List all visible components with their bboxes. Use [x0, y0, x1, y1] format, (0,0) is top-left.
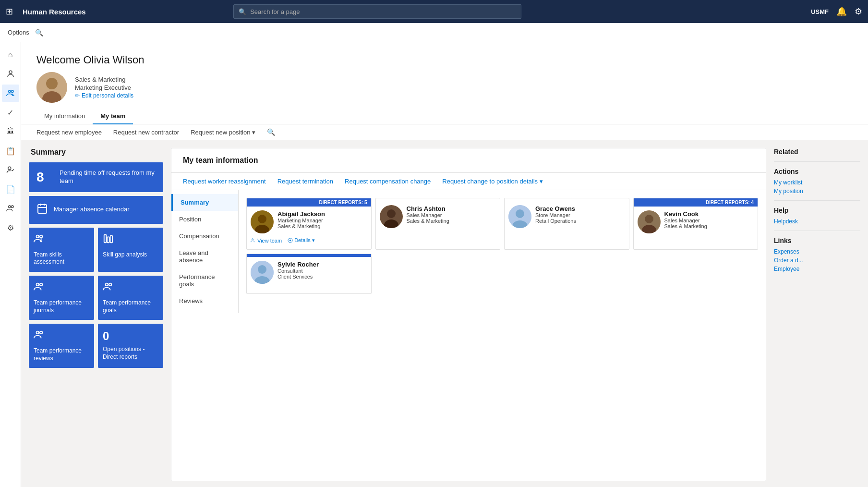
- team-performance-goals-tile[interactable]: Team performance goals: [98, 276, 163, 320]
- manager-absence-tile[interactable]: Manager absence calendar: [29, 196, 163, 224]
- request-new-employee-link[interactable]: Request new employee: [36, 129, 102, 136]
- team-skills-assessment-tile[interactable]: Team skills assessment: [29, 228, 94, 272]
- avatar-sylvie: [251, 261, 274, 284]
- member-card-sylvie-rocher[interactable]: Sylvie Rocher Consultant Client Services: [246, 254, 372, 294]
- app-grid-icon[interactable]: ⊞: [6, 6, 13, 17]
- team-performance-reviews-tile[interactable]: Team performance reviews: [29, 324, 94, 368]
- expenses-link[interactable]: Expenses: [774, 248, 860, 255]
- request-position-details-link[interactable]: Request change to position details ▾: [442, 178, 543, 185]
- sidebar-item-team[interactable]: [2, 85, 19, 102]
- sidebar-item-person[interactable]: [2, 65, 19, 83]
- svg-point-3: [8, 167, 11, 170]
- employee-link[interactable]: Employee: [774, 266, 860, 272]
- pending-time-off-tile[interactable]: 8 Pending time off requests from my team: [29, 162, 163, 192]
- team-nav-leave-absence[interactable]: Leave and absence: [171, 244, 238, 268]
- svg-point-13: [36, 235, 39, 238]
- team-members-row2: Sylvie Rocher Consultant Client Services: [246, 254, 758, 294]
- search-bar[interactable]: 🔍: [233, 4, 521, 19]
- right-divider-2: [774, 200, 860, 201]
- skills-row: Team skills assessment Skill gap analysi…: [29, 228, 163, 272]
- pending-count: 8: [36, 170, 54, 185]
- settings-icon[interactable]: ⚙: [855, 6, 862, 17]
- avatar-abigail: [251, 210, 274, 233]
- user-details: Sales & Marketing Marketing Executive ✏ …: [75, 76, 133, 99]
- options-bar: Options 🔍: [0, 23, 868, 42]
- right-panel-title: Related: [774, 148, 860, 156]
- member-card-chris-ashton[interactable]: Chris Ashton Sales Manager Sales & Marke…: [375, 198, 501, 250]
- member-card-body-abigail: Abigail Jackson Marketing Manager Sales …: [247, 207, 371, 237]
- member-name-chris: Chris Ashton: [407, 205, 449, 212]
- search-input[interactable]: [250, 8, 516, 15]
- member-info-kevin: Kevin Cook Sales Manager Sales & Marketi…: [664, 210, 707, 229]
- member-name-kevin: Kevin Cook: [664, 210, 707, 218]
- order-link[interactable]: Order a d...: [774, 257, 860, 264]
- team-panel: My team information Request worker reass…: [171, 148, 766, 481]
- team-nav-performance-goals[interactable]: Performance goals: [171, 268, 238, 292]
- request-termination-link[interactable]: Request termination: [277, 178, 333, 185]
- team-content: Summary Position Compensation Leave and …: [171, 190, 766, 313]
- avatar-grace: [508, 205, 531, 228]
- member-dept-kevin: Sales & Marketing: [664, 223, 707, 229]
- open-positions-tile[interactable]: 0 Open positions - Direct reports: [98, 324, 163, 368]
- direct-reports-bar-kevin: DIRECT REPORTS: 4: [634, 198, 758, 207]
- team-nav-reviews[interactable]: Reviews: [171, 292, 238, 309]
- member-dept-grace: Retail Operations: [535, 218, 576, 224]
- notifications-icon[interactable]: 🔔: [836, 6, 847, 17]
- sidebar-item-people[interactable]: 🏛: [2, 123, 19, 140]
- sidebar-item-people2[interactable]: [2, 200, 19, 217]
- sidebar-item-usercheck[interactable]: [2, 161, 19, 179]
- tabs-row: My information My team: [36, 109, 853, 124]
- svg-rect-9: [38, 205, 47, 213]
- user-department: Sales & Marketing: [75, 76, 133, 83]
- skill-gap-analysis-tile[interactable]: Skill gap analysis: [98, 228, 163, 272]
- chevron-down-icon: ▾: [252, 129, 255, 136]
- edit-personal-details-link[interactable]: ✏ Edit personal details: [75, 92, 133, 99]
- team-nav-summary[interactable]: Summary: [171, 194, 238, 211]
- sidebar-item-report[interactable]: 📋: [2, 142, 19, 159]
- team-nav-compensation[interactable]: Compensation: [171, 228, 238, 244]
- member-card-kevin-cook[interactable]: DIRECT REPORTS: 4: [633, 198, 759, 250]
- svg-point-20: [106, 283, 108, 286]
- svg-point-7: [46, 78, 58, 89]
- sidebar-item-home[interactable]: ⌂: [2, 46, 19, 63]
- member-card-body-kevin: Kevin Cook Sales Manager Sales & Marketi…: [634, 207, 758, 237]
- member-card-body-chris: Chris Ashton Sales Manager Sales & Marke…: [376, 201, 500, 232]
- request-new-position-link[interactable]: Request new position ▾: [191, 129, 255, 136]
- performance-row: Team performance journals Team performan…: [29, 276, 163, 320]
- main-content: Welcome Olivia Wilson Sales & Marketing …: [21, 42, 868, 487]
- tab-my-information[interactable]: My information: [36, 109, 93, 124]
- svg-point-0: [9, 71, 12, 73]
- top-right-controls: USMF 🔔 ⚙: [811, 6, 862, 17]
- my-worklist-link[interactable]: My worklist: [774, 179, 860, 186]
- member-name-grace: Grace Owens: [535, 205, 576, 212]
- performance-reviews-icon: [34, 329, 44, 342]
- tab-my-team[interactable]: My team: [93, 109, 133, 124]
- request-new-contractor-link[interactable]: Request new contractor: [113, 129, 179, 136]
- app-title: Human Resources: [23, 8, 86, 16]
- team-nav-position[interactable]: Position: [171, 211, 238, 228]
- options-label: Options: [8, 29, 29, 36]
- right-help-title: Help: [774, 207, 860, 214]
- request-worker-reassignment-link[interactable]: Request worker reassignment: [183, 178, 266, 185]
- welcome-title: Welcome Olivia Wilson: [36, 54, 853, 66]
- sidebar-item-document[interactable]: 📄: [2, 181, 19, 198]
- helpdesk-link[interactable]: Helpdesk: [774, 218, 860, 225]
- my-position-link[interactable]: My position: [774, 188, 860, 195]
- options-search-icon[interactable]: 🔍: [35, 29, 43, 37]
- details-link-abigail[interactable]: Details ▾: [288, 237, 315, 244]
- view-team-link-abigail[interactable]: View team: [251, 238, 282, 244]
- team-members-grid: DIRECT REPORTS: 5: [246, 198, 758, 250]
- svg-point-2: [11, 90, 13, 93]
- action-bar: Request new employee Request new contrac…: [21, 124, 868, 140]
- svg-point-32: [387, 209, 396, 218]
- sidebar-item-settings[interactable]: ⚙: [2, 219, 19, 236]
- action-search-icon[interactable]: 🔍: [267, 128, 275, 136]
- request-compensation-change-link[interactable]: Request compensation change: [345, 178, 431, 185]
- member-card-grace-owens[interactable]: Grace Owens Store Manager Retail Operati…: [504, 198, 629, 250]
- team-performance-journals-tile[interactable]: Team performance journals: [29, 276, 94, 320]
- chevron-down-icon: ▾: [540, 178, 543, 185]
- member-info-chris: Chris Ashton Sales Manager Sales & Marke…: [407, 205, 449, 224]
- member-card-abigail-jackson[interactable]: DIRECT REPORTS: 5: [246, 198, 372, 250]
- sidebar-item-tasks[interactable]: ✓: [2, 104, 19, 121]
- user-info-row: Sales & Marketing Marketing Executive ✏ …: [36, 72, 853, 103]
